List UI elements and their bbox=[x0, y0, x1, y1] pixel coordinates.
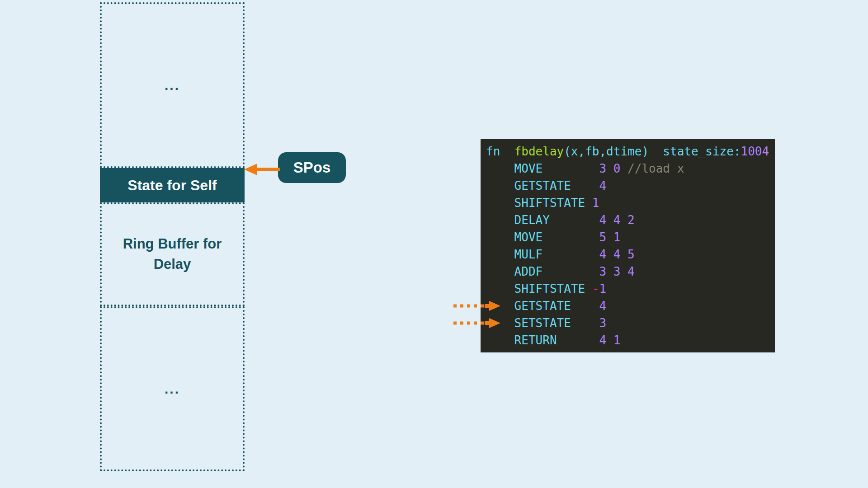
ring-buffer-label-line1: Ring Buffer for bbox=[123, 234, 222, 254]
code-line: fn fbdelay(x,fb,dtime) state_size:1004 bbox=[481, 143, 775, 160]
code-line: SETSTATE 3 bbox=[481, 314, 775, 332]
code-line: MULF 4 4 5 bbox=[481, 246, 775, 263]
ring-buffer-label-line2: Delay bbox=[123, 254, 222, 275]
spos-badge: SPos bbox=[278, 152, 346, 183]
ellipsis-bottom: ... bbox=[165, 381, 180, 397]
state-for-self-box: State for Self bbox=[100, 168, 245, 202]
code-line: DELAY 4 4 2 bbox=[481, 211, 775, 229]
spos-label: SPos bbox=[293, 159, 331, 176]
ring-buffer-label: Ring Buffer for Delay bbox=[123, 234, 222, 275]
code-line: GETSTATE 4 bbox=[481, 297, 775, 314]
code-line: MOVE 5 1 bbox=[481, 229, 775, 246]
spos-arrow-icon bbox=[243, 163, 280, 176]
code-line: SHIFTSTATE -1 bbox=[481, 280, 775, 297]
code-line: SHIFTSTATE 1 bbox=[481, 194, 775, 211]
code-line: MOVE 3 0 //load x bbox=[481, 160, 775, 177]
memory-top-box: ... bbox=[100, 2, 245, 168]
code-line: ADDF 3 3 4 bbox=[481, 263, 775, 280]
ring-buffer-box: Ring Buffer for Delay bbox=[100, 202, 245, 306]
code-line: GETSTATE 4 bbox=[481, 177, 775, 194]
memory-bottom-box: ... bbox=[100, 306, 245, 471]
ellipsis-top: ... bbox=[165, 78, 180, 93]
code-arrow-icon bbox=[452, 300, 502, 312]
code-line: RETURN 4 1 bbox=[481, 332, 775, 349]
state-for-self-label: State for Self bbox=[127, 177, 217, 194]
code-block: fn fbdelay(x,fb,dtime) state_size:1004 M… bbox=[481, 139, 775, 352]
slide-canvas: { "colors": { "background": "#e3eff7", "… bbox=[0, 0, 868, 488]
code-arrow-icon bbox=[452, 317, 502, 329]
